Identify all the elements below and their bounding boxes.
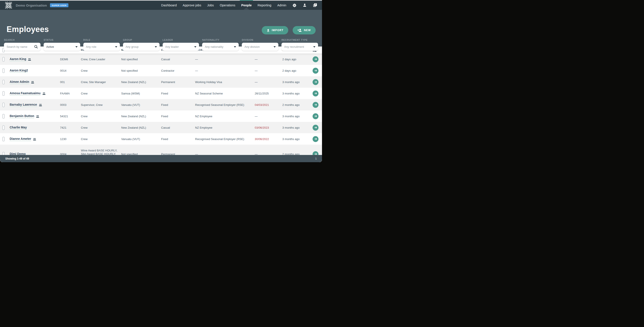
table-row[interactable]: Amosa FaamatuaimuFAAMACrewSamoa (WSM)Fix…	[0, 88, 322, 99]
nav-item-dashboard[interactable]: Dashboard	[161, 1, 177, 10]
nav-item-reporting[interactable]: Reporting	[258, 1, 271, 10]
employee-name-link[interactable]: Benjamin Button	[10, 114, 34, 118]
table-row[interactable]: Aimee Admin001Crew, Site ManagerNew Zeal…	[0, 76, 322, 88]
employee-name-link[interactable]: Aaron King2	[10, 68, 28, 73]
nav-item-people[interactable]: People	[241, 1, 252, 10]
visa-expiry-cell: —	[255, 58, 282, 61]
select-nationality[interactable]: Any nationality	[202, 43, 239, 51]
table-row[interactable]: Aaron KingDEM6Crew, Crew LeaderNot speci…	[0, 54, 322, 65]
select-value: Any recruitment	[284, 45, 312, 48]
open-employee-button[interactable]	[312, 125, 318, 130]
last-updated-cell: 2 days ago	[282, 69, 310, 72]
employee-name-link[interactable]: Barnaby Lawrence	[10, 103, 37, 107]
open-employee-button[interactable]	[312, 136, 318, 142]
role-cell: Crew, Crew Leader	[81, 58, 121, 61]
super-user-badge: SUPER USER	[50, 3, 68, 7]
nav-item-approve-jobs[interactable]: Approve jobs	[182, 1, 201, 10]
org-logo-icon	[4, 1, 13, 10]
org-name: Demo Organisation	[16, 4, 47, 7]
last-updated-cell: 3 months ago	[282, 115, 310, 118]
open-employee-button[interactable]	[312, 56, 318, 62]
row-checkbox[interactable]	[2, 137, 4, 141]
import-button[interactable]: IMPORT	[262, 26, 288, 34]
visa-expiry-cell: 26/11/2025	[255, 92, 282, 95]
staff-id-cell: 001	[60, 80, 81, 84]
help-docs-icon[interactable]: ?	[313, 3, 317, 8]
select-role[interactable]: Any role	[83, 43, 120, 51]
settings-gear-icon[interactable]	[292, 3, 296, 8]
table-footer: Showing 1-49 of 49 1	[0, 155, 322, 162]
row-checkbox[interactable]	[2, 68, 4, 73]
role-cell: Crew	[81, 92, 121, 95]
select-division[interactable]: Any division	[242, 43, 278, 51]
visa-expiry-cell: —	[255, 115, 282, 118]
contract-type-cell: Casual	[161, 58, 195, 61]
table-row[interactable]: Aaron King20014CrewNot specifiedContract…	[0, 65, 322, 76]
filter-status: STATUSActive	[44, 38, 80, 51]
table-row[interactable]: Dianne Ameter1230CrewVanuatu (VUT)FixedR…	[0, 133, 322, 145]
role-cell: Crew	[81, 138, 121, 141]
select-leader[interactable]: Any leader	[163, 43, 199, 51]
nationality-cell: New Zealand (NZL)	[121, 115, 161, 118]
new-employee-button[interactable]: NEW	[293, 26, 316, 34]
arrow-right-icon	[314, 126, 317, 129]
table-row[interactable]: Charlie May7421CrewNew Zealand (NZL)Casu…	[0, 122, 322, 133]
open-employee-button[interactable]	[312, 79, 318, 85]
filter-label: NATIONALITY	[202, 38, 239, 41]
row-checkbox[interactable]	[2, 80, 4, 84]
select-recruitment-type[interactable]: Any recruitment	[282, 43, 318, 51]
arrow-right-icon	[314, 138, 317, 140]
open-employee-button[interactable]	[312, 102, 318, 108]
visa-expiry-cell: —	[255, 69, 282, 72]
staff-id-cell: 0014	[60, 69, 81, 72]
nav-item-jobs[interactable]: Jobs	[207, 1, 214, 10]
table-row[interactable]: Barnaby Lawrence0003Supervisor, CrewVanu…	[0, 99, 322, 110]
employee-name-link[interactable]: Dianne Ameter	[10, 137, 31, 141]
staff-id-cell: 7421	[60, 126, 81, 129]
contract-type-cell: Fixed	[161, 138, 195, 141]
row-checkbox[interactable]	[2, 91, 4, 96]
select-group[interactable]: Any group	[123, 43, 160, 51]
recruitment-type-cell: —	[195, 69, 255, 72]
table-row[interactable]: Benjamin Button54321CrewNew Zealand (NZL…	[0, 110, 322, 122]
select-value: Any group	[126, 45, 154, 48]
select-status[interactable]: Active	[44, 43, 80, 51]
search-field	[4, 43, 40, 51]
visa-expiry-cell: 04/03/2021	[255, 103, 282, 106]
select-value: Active	[46, 45, 74, 48]
nav-item-operations[interactable]: Operations	[220, 1, 236, 10]
last-updated-cell: 3 months ago	[282, 138, 310, 141]
select-value: Any nationality	[205, 45, 232, 48]
chevron-down-icon	[274, 46, 276, 48]
open-employee-button[interactable]	[312, 90, 318, 96]
search-input[interactable]	[6, 45, 34, 48]
row-checkbox[interactable]	[2, 57, 4, 62]
row-checkbox[interactable]	[2, 114, 4, 118]
page-number[interactable]: 1	[315, 157, 317, 160]
filter-label: STATUS	[44, 38, 80, 41]
employee-name-link[interactable]: Charlie May	[10, 126, 27, 130]
select-value: Any role	[86, 45, 114, 48]
filters-bar: SEARCHSTATUSActiveROLEAny roleGROUPAny g…	[4, 38, 318, 51]
arrow-right-icon	[314, 80, 317, 84]
nav-item-admin[interactable]: Admin	[277, 1, 286, 10]
row-checkbox[interactable]	[2, 102, 4, 107]
arrow-right-icon	[314, 69, 317, 72]
account-person-icon[interactable]	[302, 3, 307, 8]
visa-expiry-cell: 30/06/2022	[255, 138, 282, 141]
role-cell: Crew, Site Manager	[81, 80, 121, 84]
open-employee-button[interactable]	[312, 68, 318, 74]
employee-name-link[interactable]: Amosa Faamatuaimu	[10, 92, 40, 96]
recruitment-type-cell: Recognised Seasonal Employer (RSE)	[195, 103, 255, 106]
filter-label: ROLE	[83, 38, 120, 41]
recruitment-type-cell: NZ Employee	[195, 115, 255, 118]
open-employee-button[interactable]	[312, 113, 318, 119]
employee-name-link[interactable]: Aimee Admin	[10, 80, 29, 84]
role-cell: Crew	[81, 69, 121, 72]
row-checkbox[interactable]	[2, 125, 4, 130]
employee-name-link[interactable]: Aaron King	[10, 57, 26, 61]
team-people-icon	[39, 104, 42, 106]
svg-text:?: ?	[315, 4, 316, 6]
filter-label: SEARCH	[4, 38, 40, 41]
filter-recruitment-type: RECRUITMENT TYPEAny recruitment	[282, 38, 318, 51]
